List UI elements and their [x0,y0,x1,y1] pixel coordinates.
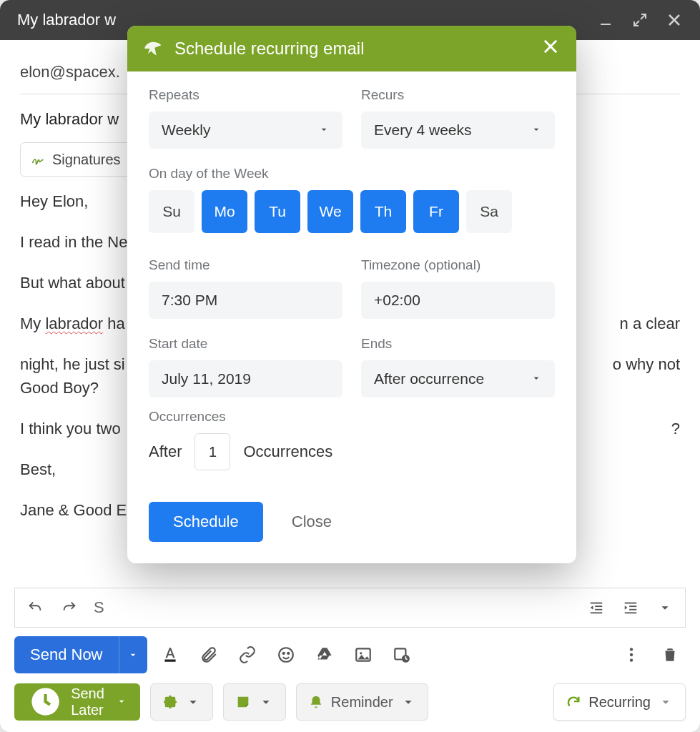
recurring-button[interactable]: Recurring [553,683,686,721]
occurrences-input[interactable]: 1 [194,433,230,470]
schedule-button[interactable]: Schedule [149,502,263,542]
dialog-header: Schedule recurring email [127,26,576,71]
day-su[interactable]: Su [149,190,194,233]
signature-icon [31,152,45,167]
svg-rect-10 [625,612,637,613]
emoji-icon[interactable] [270,639,302,671]
redo-icon[interactable] [59,598,79,618]
ends-select[interactable]: After occurrence [361,360,555,397]
day-of-week-label: On day of the Week [149,166,555,182]
extension-row: Send Later Reminder Recurring [14,682,686,722]
chevron-down-icon [531,370,542,387]
format-toolbar: S [14,588,686,628]
day-th[interactable]: Th [360,190,406,233]
svg-rect-11 [164,660,175,662]
day-mo[interactable]: Mo [202,190,247,233]
occurrences-suffix: Occurrences [243,442,332,461]
start-date-label: Start date [149,336,342,352]
fullscreen-icon[interactable] [631,11,649,29]
start-date-input[interactable]: July 11, 2019 [149,360,342,397]
svg-point-21 [630,658,633,661]
schedule-icon[interactable] [386,639,418,671]
timezone-input[interactable]: +02:00 [361,282,555,319]
send-now-dropdown-icon[interactable] [119,636,147,673]
svg-point-19 [630,648,633,651]
more-formatting-icon[interactable] [655,598,675,618]
chevron-down-icon [258,694,274,710]
signatures-chip[interactable]: Signatures [20,142,132,177]
puzzle-icon [162,694,178,710]
repeats-label: Repeats [149,87,342,103]
text-color-icon[interactable] [154,639,186,671]
day-tu[interactable]: Tu [255,190,300,233]
svg-rect-6 [591,612,603,613]
chevron-down-icon [318,122,330,139]
svg-point-13 [282,653,284,654]
chevron-down-icon [658,694,674,710]
send-later-button[interactable]: Send Later [14,683,140,721]
chevron-down-icon [185,694,201,710]
svg-rect-4 [595,605,602,607]
compose-title: My labrador w [17,11,116,29]
close-button[interactable]: Close [292,513,332,531]
repeats-select[interactable]: Weekly [149,112,342,149]
svg-rect-9 [629,609,636,610]
svg-point-16 [360,652,362,654]
dialog-title: Schedule recurring email [174,39,364,59]
signatures-label: Signatures [52,149,121,170]
attachment-icon[interactable] [193,639,225,671]
occurrences-label: Occurrences [149,409,555,425]
note-icon [235,694,251,710]
recurs-select[interactable]: Every 4 weeks [361,112,555,149]
chevron-down-icon [531,122,542,139]
close-window-icon[interactable] [666,11,683,29]
timezone-label: Timezone (optional) [361,257,555,273]
day-picker: Su Mo Tu We Th Fr Sa [149,190,555,233]
outdent-icon[interactable] [586,598,606,618]
bell-icon [308,694,324,710]
recurring-icon [566,694,581,710]
indent-icon[interactable] [621,598,641,618]
after-label: After [149,442,182,461]
link-icon[interactable] [232,639,263,671]
send-now-button[interactable]: Send Now [14,636,147,673]
ends-label: Ends [361,336,555,352]
svg-point-12 [279,648,293,662]
image-icon[interactable] [347,639,379,671]
day-sa[interactable]: Sa [466,190,512,233]
dialog-close-icon[interactable] [541,36,561,61]
day-fr[interactable]: Fr [413,190,459,233]
send-row: Send Now [14,635,686,675]
schedule-recurring-dialog: Schedule recurring email Repeats Weekly … [127,26,576,563]
send-time-input[interactable]: 7:30 PM [149,282,342,319]
paper-plane-icon [143,39,163,59]
day-we[interactable]: We [307,190,353,233]
more-options-icon[interactable] [616,639,647,671]
clock-icon [27,683,64,720]
reminder-button[interactable]: Reminder [296,683,428,721]
svg-point-20 [630,653,633,656]
format-sample[interactable]: S [94,598,104,617]
svg-rect-5 [595,609,602,610]
send-later-dropdown-icon[interactable] [116,694,127,711]
extension-puzzle-button[interactable] [150,683,213,721]
recurs-label: Recurs [361,87,555,103]
svg-rect-7 [625,603,637,604]
discard-draft-icon[interactable] [654,639,686,671]
minimize-icon[interactable] [597,11,614,29]
notes-button[interactable] [223,683,286,721]
svg-rect-3 [591,603,603,604]
drive-icon[interactable] [309,639,340,671]
svg-point-14 [287,653,289,654]
undo-icon[interactable] [25,598,45,618]
svg-rect-8 [629,605,636,607]
send-time-label: Send time [149,257,342,273]
chevron-down-icon [400,694,416,710]
